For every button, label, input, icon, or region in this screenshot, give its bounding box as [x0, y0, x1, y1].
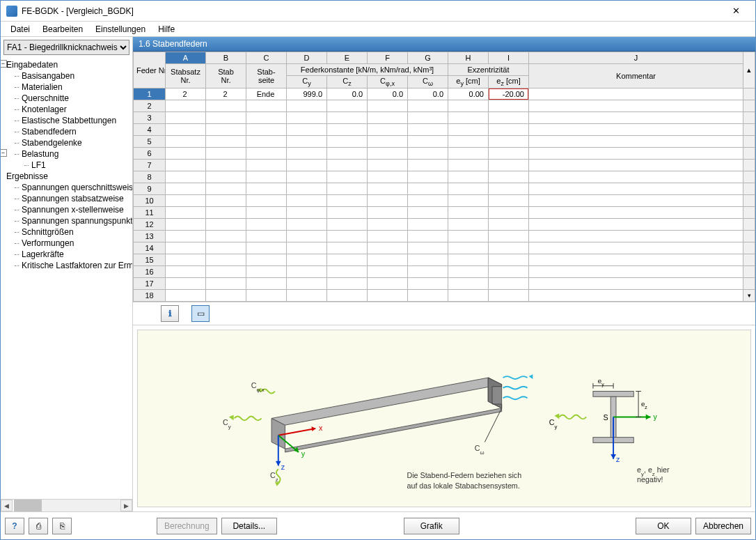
cell-11-j[interactable] [529, 207, 743, 219]
cell-12-d[interactable] [287, 219, 327, 231]
cell-3-d[interactable] [287, 112, 327, 124]
tree-spannungen-x-stellenweise[interactable]: Spannungen x-stellenweise [2, 204, 132, 215]
cell-5-b[interactable] [206, 136, 246, 148]
cell-15-g[interactable] [408, 254, 448, 266]
tree-basisangaben[interactable]: Basisangaben [2, 70, 132, 82]
cell-2-a[interactable] [166, 100, 206, 112]
row-num-17[interactable]: 17 [134, 278, 166, 290]
cell-9-f[interactable] [368, 183, 408, 195]
berechnung-button[interactable]: Berechnung [157, 518, 217, 534]
cell-15-i[interactable] [489, 254, 529, 266]
row-num-9[interactable]: 9 [134, 183, 166, 195]
menu-datei[interactable]: Datei [5, 23, 36, 36]
cell-3-e[interactable] [327, 112, 368, 124]
menu-einstellungen[interactable]: Einstellungen [90, 23, 151, 36]
cell-6-i[interactable] [489, 148, 529, 160]
cell-1-seite[interactable]: Ende [246, 88, 287, 100]
scroll-left-icon[interactable]: ◀ [1, 500, 13, 511]
cell-18-f[interactable] [368, 290, 408, 302]
cell-16-b[interactable] [206, 266, 246, 278]
grid-vscroll-track[interactable] [743, 148, 755, 160]
cell-1-cy[interactable]: 999.0 [287, 88, 327, 100]
row-num-10[interactable]: 10 [134, 195, 166, 207]
cell-16-j[interactable] [529, 266, 743, 278]
cell-5-d[interactable] [287, 136, 327, 148]
cell-1-cw[interactable]: 0.0 [408, 88, 448, 100]
cell-10-h[interactable] [448, 195, 489, 207]
cell-13-g[interactable] [408, 231, 448, 242]
cell-8-a[interactable] [166, 171, 206, 183]
cell-8-f[interactable] [368, 171, 408, 183]
cell-2-i[interactable] [489, 100, 529, 112]
cell-7-b[interactable] [206, 160, 246, 171]
cell-13-b[interactable] [206, 231, 246, 242]
cell-8-g[interactable] [408, 171, 448, 183]
cell-6-b[interactable] [206, 148, 246, 160]
tree-querschnitte[interactable]: Querschnitte [2, 93, 132, 104]
tree-lagerkraefte[interactable]: Lagerkräfte [2, 249, 132, 260]
cell-7-j[interactable] [529, 160, 743, 171]
scroll-thumb[interactable] [14, 500, 42, 511]
cell-14-e[interactable] [327, 242, 368, 254]
row-num-15[interactable]: 15 [134, 254, 166, 266]
cell-15-h[interactable] [448, 254, 489, 266]
cell-14-f[interactable] [368, 242, 408, 254]
cell-6-d[interactable] [287, 148, 327, 160]
cell-1-cphix[interactable]: 0.0 [368, 88, 408, 100]
cell-10-a[interactable] [166, 195, 206, 207]
cell-15-d[interactable] [287, 254, 327, 266]
cell-11-d[interactable] [287, 207, 327, 219]
export-button-1[interactable]: ⎙ [29, 518, 48, 534]
cell-1-stabsatz[interactable]: 2 [166, 88, 206, 100]
cell-16-h[interactable] [448, 266, 489, 278]
cell-11-i[interactable] [489, 207, 529, 219]
grid-vscroll-track[interactable] [743, 136, 755, 148]
tree-spannungen-querschnittsweise[interactable]: Spannungen querschnittsweise [2, 182, 132, 193]
grid-vscroll-track[interactable] [743, 231, 755, 242]
row-num-11[interactable]: 11 [134, 207, 166, 219]
cell-17-c[interactable] [246, 278, 287, 290]
row-num-14[interactable]: 14 [134, 242, 166, 254]
cell-17-j[interactable] [529, 278, 743, 290]
menu-bearbeiten[interactable]: Bearbeiten [37, 23, 88, 36]
tree-kritische-lastfaktoren[interactable]: Kritische Lastfaktoren zur Ermit [2, 260, 132, 271]
cell-2-g[interactable] [408, 100, 448, 112]
details-button[interactable]: Details... [221, 518, 277, 534]
tree-stabendfedern[interactable]: Stabendfedern [2, 126, 132, 137]
cell-9-c[interactable] [246, 183, 287, 195]
cell-4-i[interactable] [489, 124, 529, 136]
col-letter-e[interactable]: E [327, 52, 368, 64]
cell-5-c[interactable] [246, 136, 287, 148]
cell-3-c[interactable] [246, 112, 287, 124]
cell-12-f[interactable] [368, 219, 408, 231]
cell-16-f[interactable] [368, 266, 408, 278]
close-button[interactable]: ✕ [722, 3, 750, 20]
tree-belastung[interactable]: Belastung [2, 148, 132, 160]
tree-schnittgroessen[interactable]: Schnittgrößen [2, 226, 132, 238]
cell-12-j[interactable] [529, 219, 743, 231]
row-num-16[interactable]: 16 [134, 266, 166, 278]
col-letter-d[interactable]: D [287, 52, 327, 64]
grid-vscroll-track[interactable] [743, 266, 755, 278]
row-num-7[interactable]: 7 [134, 160, 166, 171]
row-num-1[interactable]: 1 [134, 88, 166, 100]
grid-vscroll-track[interactable] [743, 88, 755, 100]
cell-16-c[interactable] [246, 266, 287, 278]
cell-17-i[interactable] [489, 278, 529, 290]
cell-15-j[interactable] [529, 254, 743, 266]
cell-14-b[interactable] [206, 242, 246, 254]
cell-7-g[interactable] [408, 160, 448, 171]
grid-vscroll-track[interactable] [743, 242, 755, 254]
cell-7-c[interactable] [246, 160, 287, 171]
cell-3-h[interactable] [448, 112, 489, 124]
grid-vscroll-track[interactable] [743, 195, 755, 207]
grid-vscroll-track[interactable] [743, 278, 755, 290]
cell-9-i[interactable] [489, 183, 529, 195]
tree-elastische-stabbettungen[interactable]: Elastische Stabbettungen [2, 115, 132, 126]
cell-3-f[interactable] [368, 112, 408, 124]
cell-3-j[interactable] [529, 112, 743, 124]
cell-10-b[interactable] [206, 195, 246, 207]
cell-17-e[interactable] [327, 278, 368, 290]
cell-7-d[interactable] [287, 160, 327, 171]
cell-2-h[interactable] [448, 100, 489, 112]
